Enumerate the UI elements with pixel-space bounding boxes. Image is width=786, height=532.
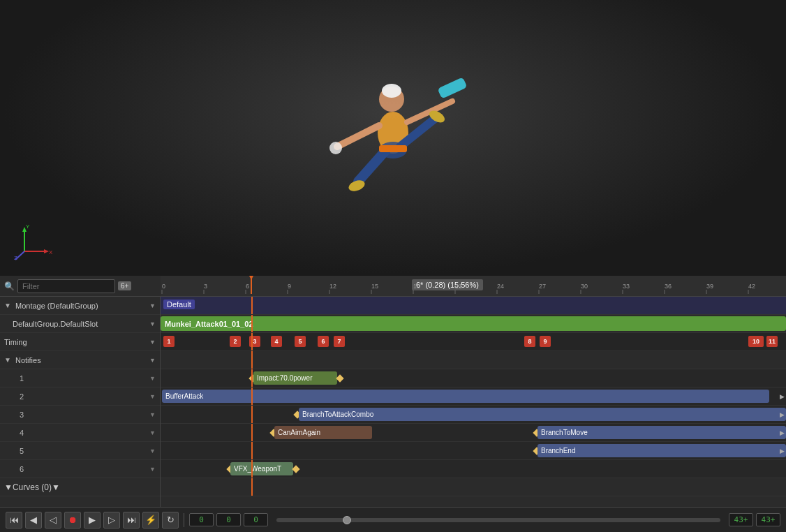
- search-icon: 🔍: [4, 281, 15, 291]
- svg-line-3: [337, 126, 379, 147]
- svg-text:30: 30: [581, 283, 588, 290]
- transport-slider[interactable]: [276, 518, 720, 522]
- notify-row-2[interactable]: 2 ▼: [0, 387, 160, 406]
- notify-5-arrow: ▼: [149, 448, 156, 455]
- notify-6-end-marker: [292, 465, 299, 473]
- notify-4a-segment[interactable]: CanAimAgain: [274, 426, 372, 439]
- ruler-svg: 0 3 6 9 12 15 18 21 24: [161, 276, 786, 294]
- notify-2-arrow: ▼: [149, 393, 156, 400]
- default-slot-row[interactable]: DefaultGroup.DefaultSlot ▼: [0, 315, 160, 333]
- svg-text:33: 33: [623, 283, 630, 290]
- timing-badge-11: 11: [766, 336, 778, 347]
- playhead-section: [251, 297, 253, 314]
- notify-1-label: Impact:70.0power: [257, 374, 313, 382]
- svg-rect-12: [379, 145, 407, 152]
- notify-2-end-arrow: ▶: [780, 393, 785, 400]
- svg-text:39: 39: [706, 283, 713, 290]
- notify-3-arrow: ▼: [149, 411, 156, 418]
- svg-text:3: 3: [204, 283, 207, 290]
- svg-rect-5: [437, 77, 467, 98]
- svg-text:42: 42: [748, 283, 755, 290]
- transport-slider-thumb[interactable]: [343, 516, 351, 524]
- curves-row[interactable]: ▼ Curves (0) ▼: [0, 478, 160, 496]
- timing-badge-5: 5: [295, 336, 306, 347]
- montage-collapse-icon: ▼: [4, 302, 13, 310]
- playhead-notifies: [251, 351, 253, 369]
- clip-bar: Munkei_Attack01_01_02: [161, 316, 786, 331]
- notify-5-end-arrow: ▶: [780, 448, 785, 455]
- notify-4b-end-arrow: ▶: [780, 429, 785, 436]
- section-label: Default: [163, 300, 195, 309]
- notify-5-label: BranchEnd: [541, 447, 575, 455]
- notify-5-segment[interactable]: BranchEnd: [537, 444, 786, 457]
- transport-frames-a[interactable]: 43+: [729, 513, 753, 526]
- notify-content-2: BufferAttack ▶: [161, 387, 786, 406]
- record-button[interactable]: ⏺: [64, 512, 81, 529]
- notify-6-label: VFX_WeaponT: [234, 465, 281, 473]
- playhead-n3: [251, 406, 253, 423]
- montage-row[interactable]: ▼ Montage (DefaultGroup) ▼: [0, 297, 160, 315]
- timing-badge-1: 1: [163, 336, 175, 347]
- notifies-row[interactable]: ▼ Notifies ▼: [0, 351, 160, 369]
- next-frame-button[interactable]: ▷: [103, 512, 120, 529]
- svg-text:Z: Z: [14, 255, 17, 261]
- notify-2-label: BufferAttack: [165, 392, 203, 400]
- refresh-button[interactable]: ↻: [162, 512, 179, 529]
- bottom-panel: 🔍 6+ 6* (0.28) (15.56%) 0 3 6 9 12: [0, 276, 786, 532]
- play-button[interactable]: ▶: [84, 512, 101, 529]
- notify-4b-segment[interactable]: BranchToMove: [537, 426, 786, 439]
- notify-2-segment[interactable]: BufferAttack: [162, 390, 769, 403]
- notify-3-end-arrow: ▶: [780, 411, 785, 418]
- track-labels: ▼ Montage (DefaultGroup) ▼ DefaultGroup.…: [0, 297, 161, 507]
- transport-sep-1: [184, 513, 184, 527]
- transport-time-mid[interactable]: 0: [216, 513, 241, 526]
- timeline-content[interactable]: Default Munkei_Attack01_01_02 1 2 3 4 5 …: [161, 297, 786, 507]
- ruler-area[interactable]: 6* (0.28) (15.56%) 0 3 6 9 12 15 18: [161, 276, 786, 296]
- prev-frame-button[interactable]: ◁: [45, 512, 61, 529]
- timing-row[interactable]: Timing ▼: [0, 333, 160, 351]
- svg-point-11: [329, 142, 342, 154]
- notify-row-3[interactable]: 3 ▼: [0, 406, 160, 424]
- timing-label: Timing: [4, 338, 149, 346]
- notify-3-segment[interactable]: BranchToAttackCombo: [299, 408, 786, 421]
- notify-row-1[interactable]: 1 ▼: [0, 369, 160, 387]
- clip-label: Munkei_Attack01_01_02: [165, 320, 253, 328]
- loop-button[interactable]: ⚡: [142, 512, 159, 529]
- notifies-collapse-icon: ▼: [4, 356, 13, 364]
- svg-text:18: 18: [413, 283, 420, 290]
- default-slot-label: DefaultGroup.DefaultSlot: [13, 320, 149, 328]
- notify-4b-label: BranchToMove: [541, 429, 588, 436]
- notify-content-6: VFX_WeaponT: [161, 460, 786, 478]
- notify-3-label: BranchToAttackCombo: [302, 411, 373, 418]
- step-back-button[interactable]: ◀: [25, 512, 42, 529]
- svg-text:27: 27: [539, 283, 546, 290]
- notify-1-end-marker: [336, 374, 343, 382]
- filter-input[interactable]: [17, 279, 115, 293]
- notify-1-arrow: ▼: [149, 375, 156, 382]
- skip-start-button[interactable]: ⏮: [6, 512, 22, 529]
- skip-end-button[interactable]: ⏭: [123, 512, 140, 529]
- notify-6-segment[interactable]: VFX_WeaponT: [230, 462, 293, 475]
- svg-text:24: 24: [497, 283, 504, 290]
- timeline-main: ▼ Montage (DefaultGroup) ▼ DefaultGroup.…: [0, 297, 786, 507]
- svg-marker-16: [44, 249, 49, 253]
- notify-content-4: CanAimAgain BranchToMove ▶: [161, 424, 786, 442]
- notify-row-4[interactable]: 4 ▼: [0, 424, 160, 442]
- transport-time-left[interactable]: 0: [189, 513, 214, 526]
- notify-row-5[interactable]: 5 ▼: [0, 442, 160, 460]
- playhead-curves: [251, 478, 253, 496]
- svg-text:0: 0: [162, 283, 165, 290]
- clip-row: Munkei_Attack01_01_02: [161, 315, 786, 333]
- transport-frames-b[interactable]: 43+: [756, 513, 780, 526]
- default-slot-dropdown-icon: ▼: [149, 320, 156, 327]
- timing-badge-6: 6: [318, 336, 329, 347]
- notifies-header-content: [161, 351, 786, 369]
- notify-row-6[interactable]: 6 ▼: [0, 460, 160, 478]
- viewport: X Y Z: [0, 0, 786, 276]
- notify-content-1: Impact:70.0power: [161, 369, 786, 387]
- timing-badge-2: 2: [230, 336, 241, 347]
- notify-4-arrow: ▼: [149, 429, 156, 436]
- transport-time-right[interactable]: 0: [244, 513, 268, 526]
- svg-text:6: 6: [246, 283, 249, 290]
- notify-1-segment[interactable]: Impact:70.0power: [253, 371, 337, 385]
